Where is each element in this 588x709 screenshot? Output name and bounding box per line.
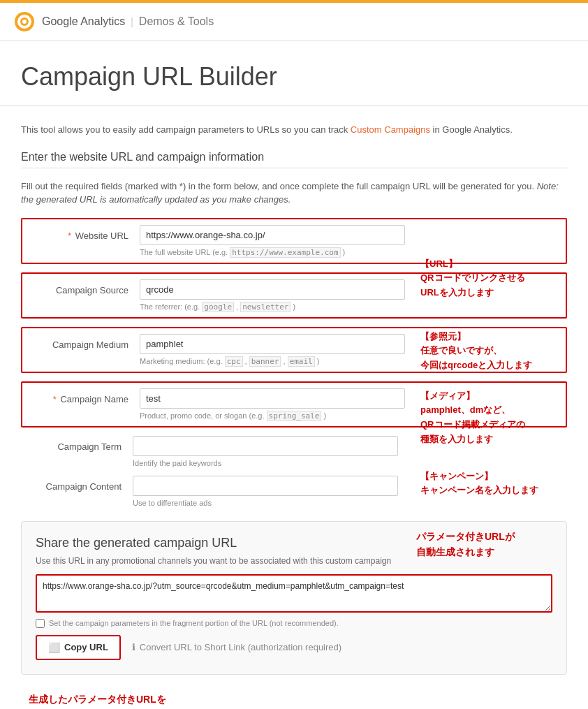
custom-campaigns-link[interactable]: Custom Campaigns (351, 124, 430, 135)
campaign-source-label: Campaign Source (28, 279, 140, 295)
campaign-content-wrapper: Use to differentiate ads (133, 476, 398, 507)
website-url-hint: The full website URL (e.g. https://www.e… (140, 248, 405, 257)
website-url-wrapper: The full website URL (e.g. https://www.e… (140, 225, 405, 257)
annotation-copy: 生成したパラメータ付きURLをコピーできます (29, 692, 166, 709)
fragment-option-label: Set the campaign parameters in the fragm… (49, 619, 339, 627)
info-icon: ℹ (132, 642, 135, 652)
convert-url-link[interactable]: ℹ Convert URL to Short Link (authorizati… (132, 642, 341, 652)
annotation-campaign-text: 【キャンペーン】キャンペーン名を入力します (420, 471, 538, 496)
annotation-source: 【参照元】任意で良いですが、今回はqrcodeと入力します (420, 330, 560, 373)
annotation-medium-text: 【メディア】pamphlet、dmなど、QRコード掲載メディアの種類を入力します (420, 390, 525, 444)
website-url-label: * Website URL (28, 225, 140, 241)
campaign-source-input[interactable] (140, 279, 405, 300)
intro-text: This tool allows you to easily add campa… (21, 123, 567, 137)
required-star: * (68, 231, 71, 241)
ga-logo (14, 11, 35, 32)
annotation-url-text: 【URL】QRコードでリンクさせるURLを入力します (420, 258, 525, 298)
fragment-checkbox[interactable] (36, 619, 45, 628)
annotation-medium: 【メディア】pamphlet、dmなど、QRコード掲載メディアの種類を入力します (420, 389, 560, 447)
campaign-source-hint: The referrer: (e.g. google , newsletter … (140, 302, 405, 312)
fragment-option: Set the campaign parameters in the fragm… (36, 619, 552, 628)
campaign-term-label: Campaign Term (21, 436, 133, 452)
share-section: パラメータ付きURLが自動生成されます Share the generated … (21, 521, 567, 675)
instructions-text: Fill out the required fields (marked wit… (21, 181, 537, 191)
campaign-content-hint: Use to differentiate ads (133, 499, 398, 507)
campaign-medium-input[interactable] (140, 334, 405, 354)
campaign-name-wrapper: Product, promo code, or slogan (e.g. spr… (140, 388, 405, 421)
campaign-content-label: Campaign Content (21, 476, 133, 492)
form-section-title: Enter the website URL and campaign infor… (21, 151, 567, 163)
website-url-input[interactable] (140, 225, 405, 245)
campaign-name-label: * Campaign Name (28, 388, 140, 404)
intro-text-before: This tool allows you to easily add campa… (21, 124, 351, 135)
header-divider: | (131, 16, 133, 27)
header-subtitle: Demos & Tools (139, 15, 214, 28)
page-title: Campaign URL Builder (21, 62, 567, 92)
action-buttons: ⬜ Copy URL ℹ Convert URL to Short Link (… (36, 635, 552, 660)
campaign-content-input[interactable] (133, 476, 398, 496)
section-divider (21, 168, 567, 168)
campaign-term-wrapper: Identify the paid keywords (133, 436, 398, 467)
header: Google Analytics | Demos & Tools (0, 3, 588, 41)
svg-point-3 (22, 20, 27, 24)
copy-url-button[interactable]: ⬜ Copy URL (36, 635, 121, 660)
campaign-term-input[interactable] (133, 436, 398, 456)
page-title-section: Campaign URL Builder (0, 41, 588, 106)
campaign-medium-label: Campaign Medium (28, 334, 140, 350)
annotation-url: 【URL】QRコードでリンクさせるURLを入力します (420, 257, 560, 300)
main-content: This tool allows you to easily add campa… (0, 106, 588, 709)
campaign-medium-hint: Marketing medium: (e.g. cpc , banner , e… (140, 357, 405, 366)
campaign-name-hint: Product, promo code, or slogan (e.g. spr… (140, 411, 405, 421)
website-url-form-group: * Website URL The full website URL (e.g.… (28, 225, 560, 257)
campaign-source-wrapper: The referrer: (e.g. google , newsletter … (140, 279, 405, 312)
header-app-name: Google Analytics (42, 15, 125, 28)
generated-url-textarea[interactable]: https://www.orange-sha.co.jp/?utm_source… (36, 574, 552, 613)
campaign-term-hint: Identify the paid keywords (133, 459, 398, 467)
annotation-share: パラメータ付きURLが自動生成されます (416, 529, 570, 560)
required-star-2: * (53, 394, 57, 404)
form-instructions: Fill out the required fields (marked wit… (21, 180, 567, 207)
copy-icon: ⬜ (48, 642, 60, 653)
form-area: 【URL】QRコードでリンクさせるURLを入力します 【参照元】任意で良いですが… (21, 218, 567, 507)
copy-url-label: Copy URL (64, 642, 108, 652)
intro-text-after: in Google Analytics. (430, 124, 513, 135)
annotation-source-text: 【参照元】任意で良いですが、今回はqrcodeと入力します (420, 331, 532, 371)
campaign-medium-wrapper: Marketing medium: (e.g. cpc , banner , e… (140, 334, 405, 366)
campaign-name-input[interactable] (140, 388, 405, 409)
annotation-campaign: 【キャンペーン】キャンペーン名を入力します (420, 469, 560, 499)
convert-url-label: Convert URL to Short Link (authorization… (140, 642, 341, 652)
